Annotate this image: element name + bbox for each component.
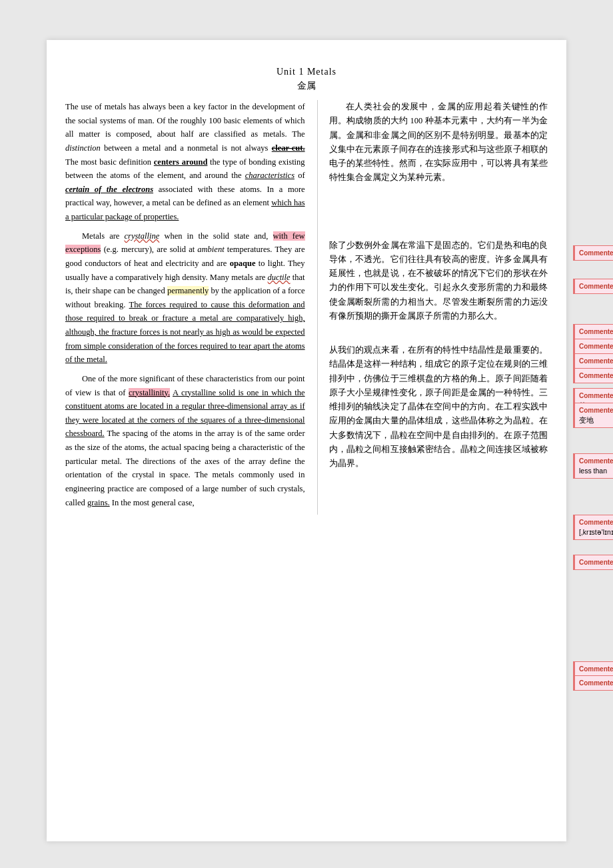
which-has-text: which has a particular package of proper… [65, 198, 305, 221]
certain-electrons-text: certain of the electrons [65, 185, 153, 194]
paragraph-2: Metals are crystalline when in the solid… [65, 229, 305, 367]
page-container: Unit 1 Metals 金属 The use of metals has a… [0, 0, 613, 868]
comment-zhb4: Commented [zhb4]: 极少例外 [573, 339, 613, 354]
comment-zhb12-label: Commented [zhb12]: [579, 665, 613, 673]
comment-zhb1: Commented [zhb1]: 以…为中心 [573, 245, 613, 261]
comment-zhb8-label: Commented [zhb8]: [579, 407, 613, 414]
paragraph-3: One of the more significant of these cha… [65, 372, 305, 509]
centers-around-text: centers around [154, 157, 208, 167]
comment-zhb9-label: Commented [zhb9]: [579, 457, 613, 465]
column-divider [317, 100, 318, 515]
ambient-text: ambient [197, 245, 224, 254]
permanently-text: permanently [167, 286, 209, 295]
right-column: 在人类社会的发展中，金属的应用起着关键性的作用。构成物质的大约 100 种基本元… [317, 100, 566, 515]
comment-zhb12: Commented [zhb12]: 晶粒 [573, 661, 613, 677]
document-page: Unit 1 Metals 金属 The use of metals has a… [47, 40, 566, 841]
comment-zhb3: Commented [zhb3]: adj.晶体的 [573, 324, 613, 339]
which-text: which [285, 116, 305, 125]
characteristics-text: characteristics [245, 171, 295, 180]
crystalline-solid-text: A crystalline solid is one in which the … [65, 388, 305, 439]
grains-text: grains. [87, 498, 110, 507]
left-column: The use of metals has always been a key … [47, 100, 317, 515]
comment-zhb5: Commented [zhb5]: 周围环境的 [573, 353, 613, 369]
comment-zhb2: Commented [zhb2]: 某种电子 [573, 279, 613, 294]
opaque-text: opaque [230, 259, 256, 268]
distinction-word: distinction [65, 143, 101, 153]
comment-zhb4-label: Commented [zhb4]: [579, 343, 613, 350]
unit-title: Unit 1 Metals [47, 67, 566, 77]
comment-zhb13-label: Commented [zhb13]: [579, 679, 613, 687]
comment-zhb11: Commented [zhb11]: n. 棋盘 [573, 555, 613, 570]
comment-zhb8: Commented [zhb8]: 永久地，长期不变地 [573, 403, 613, 428]
comment-zhb10: Commented [zhb10]: crystallinity [,krɪst… [573, 515, 613, 540]
comment-zhb6-label: Commented [zhb6]: [579, 372, 613, 379]
section-title: 金属 [47, 80, 566, 92]
comment-zhb1-label: Commented [zhb1]: [579, 249, 613, 257]
comment-zhb6: Commented [zhb6]: 不透明的 [573, 368, 613, 383]
comment-zhb11-label: Commented [zhb11]: [579, 559, 613, 566]
ductile-text: ductile [268, 273, 291, 282]
crystallinity-text: crystallinity. [129, 388, 170, 397]
comment-zhb9: Commented [zhb9]: =far from,much less th… [573, 453, 613, 479]
comment-zhb2-label: Commented [zhb2]: [579, 283, 613, 290]
clear-cut-text: clear-cut. [272, 143, 305, 153]
comment-zhb3-label: Commented [zhb3]: [579, 328, 613, 335]
paragraph-1: The use of metals has always been a key … [65, 100, 305, 224]
forces-text: The forces required to cause this deform… [65, 300, 305, 365]
right-paragraph-2: 除了少数例外金属在常温下是固态的。它们是热和电的良导体，不透光。它们往往具有较高… [329, 239, 548, 324]
crystalline-text: crystalline [125, 231, 160, 241]
right-paragraph-1: 在人类社会的发展中，金属的应用起着关键性的作用。构成物质的大约 100 种基本元… [329, 100, 548, 185]
comment-zhb5-label: Commented [zhb5]: [579, 357, 613, 365]
with-few-exceptions-text: with few exceptions [65, 231, 305, 255]
right-paragraph-3: 从我们的观点来看，在所有的特性中结晶性是最重要的。结晶体是这样一种结构，组成它的… [329, 343, 548, 471]
comment-zhb13: Commented [zhb13]: 一般情况下 [573, 675, 613, 691]
two-column-layout: The use of metals has always been a key … [47, 100, 566, 515]
comment-zhb7-label: Commented [zhb7]: [579, 392, 613, 399]
comment-zhb10-label: Commented [zhb10]: [579, 519, 613, 526]
